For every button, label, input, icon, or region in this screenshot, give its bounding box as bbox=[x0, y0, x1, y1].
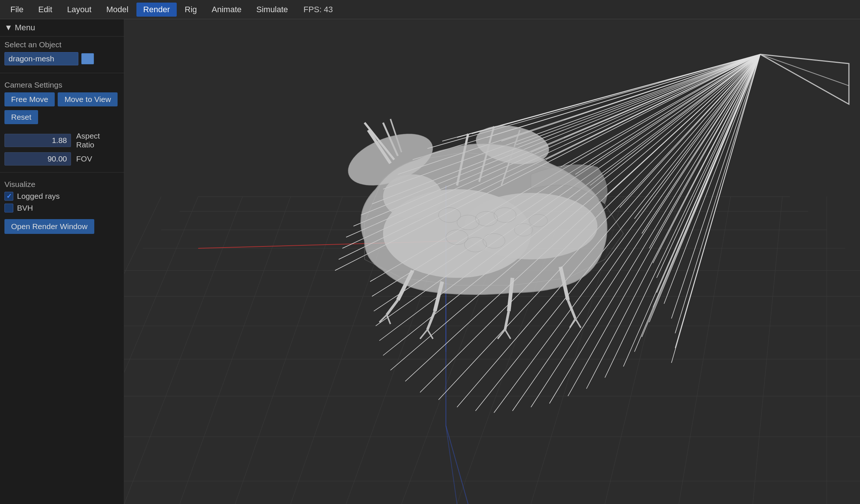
bvh-label: BVH bbox=[17, 204, 33, 212]
menu-bar: File Edit Layout Model Render Rig Animat… bbox=[0, 0, 860, 19]
menu-simulate[interactable]: Simulate bbox=[250, 3, 295, 17]
aspect-ratio-label: Aspect Ratio bbox=[76, 132, 119, 149]
menu-animate[interactable]: Animate bbox=[205, 3, 248, 17]
visualize-label: Visualize bbox=[4, 180, 119, 189]
move-to-view-button[interactable]: Move to View bbox=[58, 92, 118, 106]
reset-button[interactable]: Reset bbox=[4, 110, 38, 124]
camera-button-group: Free Move Move to View bbox=[4, 92, 119, 106]
bvh-row: BVH bbox=[4, 204, 119, 212]
open-render-window-button[interactable]: Open Render Window bbox=[4, 219, 94, 234]
menu-file[interactable]: File bbox=[4, 3, 30, 17]
fov-input[interactable] bbox=[4, 152, 71, 166]
visualize-section: Visualize Logged rays BVH Open Render Wi… bbox=[0, 176, 124, 238]
sidebar: ▼ Menu Select an Object Camera Settings … bbox=[0, 19, 124, 504]
menu-edit[interactable]: Edit bbox=[31, 3, 59, 17]
fps-display: FPS: 43 bbox=[304, 5, 333, 14]
object-name-input[interactable] bbox=[4, 52, 78, 65]
3d-viewport[interactable] bbox=[124, 19, 860, 504]
bvh-checkbox[interactable] bbox=[4, 204, 13, 212]
logged-rays-label: Logged rays bbox=[17, 192, 60, 201]
menu-header: ▼ Menu bbox=[0, 19, 124, 37]
aspect-ratio-input[interactable] bbox=[4, 134, 71, 147]
logged-rays-checkbox[interactable] bbox=[4, 192, 13, 201]
select-object-label: Select an Object bbox=[4, 40, 119, 49]
menu-render[interactable]: Render bbox=[136, 3, 176, 17]
fov-label: FOV bbox=[76, 154, 92, 163]
free-move-button[interactable]: Free Move bbox=[4, 92, 55, 106]
divider-1 bbox=[0, 73, 124, 73]
color-swatch[interactable] bbox=[81, 53, 94, 64]
params-section: Aspect Ratio FOV bbox=[0, 128, 124, 172]
menu-rig[interactable]: Rig bbox=[178, 3, 204, 17]
camera-settings-section: Camera Settings Free Move Move to View R… bbox=[0, 77, 124, 128]
object-row bbox=[4, 52, 119, 65]
select-object-section: Select an Object bbox=[0, 37, 124, 73]
menu-model[interactable]: Model bbox=[99, 3, 135, 17]
camera-settings-label: Camera Settings bbox=[4, 81, 119, 89]
fov-row: FOV bbox=[4, 152, 119, 166]
menu-layout[interactable]: Layout bbox=[60, 3, 98, 17]
aspect-ratio-row: Aspect Ratio bbox=[4, 132, 119, 149]
divider-2 bbox=[0, 172, 124, 173]
main-area: ▼ Menu Select an Object Camera Settings … bbox=[0, 19, 860, 504]
viewport-scene bbox=[124, 19, 860, 504]
logged-rays-row: Logged rays bbox=[4, 192, 119, 201]
